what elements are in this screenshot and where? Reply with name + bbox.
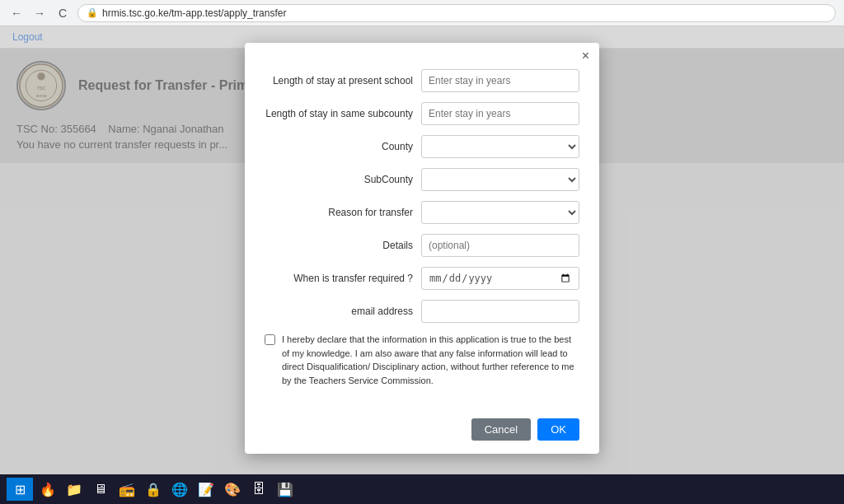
county-row: County (265, 135, 579, 158)
stay-subcounty-input[interactable] (421, 102, 579, 125)
url-text: hrmis.tsc.go.ke/tm-app.test/apply_transf… (102, 7, 286, 19)
stay-subcounty-row: Length of stay in same subcounty (265, 102, 579, 125)
stay-present-input[interactable] (421, 69, 579, 92)
county-label: County (265, 141, 413, 152)
reason-label: Reason for transfer (265, 207, 413, 218)
taskbar-icon-paint[interactable]: 🎨 (221, 478, 244, 501)
details-input[interactable] (421, 234, 579, 257)
stay-present-row: Length of stay at present school (265, 69, 579, 92)
back-button[interactable]: ← (8, 5, 25, 21)
taskbar-icon-files[interactable]: 📁 (63, 478, 86, 501)
url-bar[interactable]: 🔒 hrmis.tsc.go.ke/tm-app.test/apply_tran… (77, 4, 836, 22)
modal-close-button[interactable]: × (582, 49, 589, 63)
declaration-text: I hereby declare that the information in… (282, 333, 579, 387)
start-button[interactable]: ⊞ (7, 478, 33, 501)
ok-button[interactable]: OK (537, 418, 579, 441)
modal-overlay: × Length of stay at present school Lengt… (0, 26, 844, 504)
taskbar-icon-firefox[interactable]: 🔥 (36, 478, 59, 501)
subcounty-label: SubCounty (265, 174, 413, 185)
email-label: email address (265, 306, 413, 317)
reason-row: Reason for transfer (265, 201, 579, 224)
transfer-date-row: When is transfer required ? (265, 267, 579, 290)
modal-footer: Cancel OK (245, 412, 599, 454)
taskbar-icon-db[interactable]: 🗄 (247, 478, 270, 501)
reason-select[interactable] (421, 201, 579, 224)
taskbar-icon-lock[interactable]: 🔒 (142, 478, 165, 501)
taskbar-icon-office[interactable]: 📝 (195, 478, 218, 501)
stay-subcounty-label: Length of stay in same subcounty (265, 108, 413, 119)
modal-body: Length of stay at present school Length … (245, 63, 599, 412)
taskbar-icon-monitor[interactable]: 🖥 (89, 478, 112, 501)
stay-present-label: Length of stay at present school (265, 75, 413, 86)
declaration-checkbox[interactable] (265, 334, 275, 345)
details-row: Details (265, 234, 579, 257)
cancel-button[interactable]: Cancel (471, 418, 531, 441)
transfer-date-input[interactable] (421, 267, 579, 290)
declaration-row: I hereby declare that the information in… (265, 333, 579, 387)
forward-button[interactable]: → (31, 5, 48, 21)
refresh-button[interactable]: C (54, 5, 71, 21)
taskbar-icon-media[interactable]: 📻 (115, 478, 138, 501)
email-input[interactable] (421, 300, 579, 323)
modal-header: × (245, 43, 599, 63)
modal-dialog: × Length of stay at present school Lengt… (245, 43, 599, 454)
browser-chrome: ← → C 🔒 hrmis.tsc.go.ke/tm-app.test/appl… (0, 0, 844, 26)
subcounty-select[interactable] (421, 168, 579, 191)
page-background: Logout TSC KENYA Request for Transfer - … (0, 26, 844, 504)
county-select[interactable] (421, 135, 579, 158)
taskbar: ⊞ 🔥 📁 🖥 📻 🔒 🌐 📝 🎨 🗄 💾 (0, 474, 844, 504)
email-row: email address (265, 300, 579, 323)
lock-icon: 🔒 (87, 7, 98, 18)
details-label: Details (265, 240, 413, 251)
subcounty-row: SubCounty (265, 168, 579, 191)
taskbar-icon-save[interactable]: 💾 (274, 478, 297, 501)
taskbar-icon-browser[interactable]: 🌐 (168, 478, 191, 501)
transfer-date-label: When is transfer required ? (265, 273, 413, 284)
